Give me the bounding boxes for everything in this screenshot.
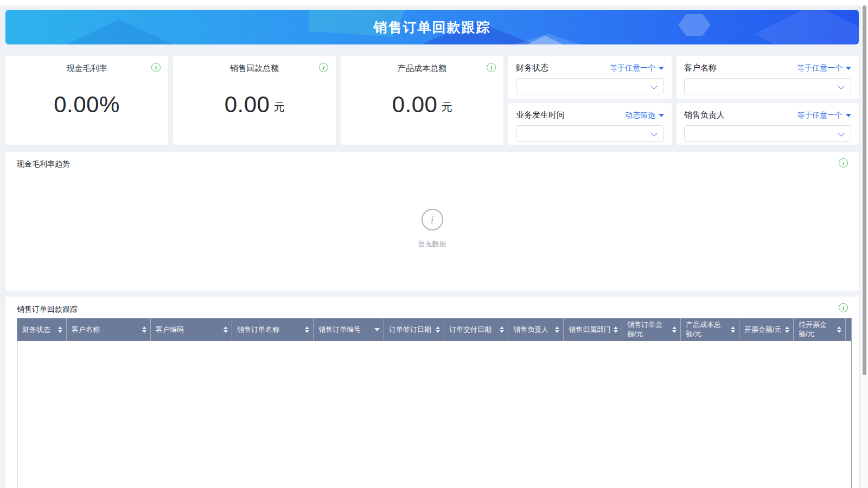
no-data-icon: i: [422, 209, 443, 230]
filters-grid: 财务状态 等于任意一个 客户名称 等于任意一个 业务发生时间 动态筛选: [508, 56, 859, 145]
column-header[interactable]: 销售订单编号: [314, 318, 384, 341]
column-label: 销售负责人: [513, 325, 548, 335]
kpi-unit: 元: [441, 100, 452, 114]
column-label: 开票金额/元: [744, 325, 782, 335]
column-label: 订单签订日期: [389, 325, 431, 335]
filter-operator-link[interactable]: 等于任意一个: [610, 63, 664, 73]
kpi-card-cost-total: 产品成本总额 i 0.00 元: [341, 56, 503, 145]
filter-operator-link[interactable]: 等于任意一个: [797, 63, 851, 73]
top-strip: [0, 0, 868, 5]
business-time-select[interactable]: [516, 125, 664, 142]
kpi-unit: 元: [273, 100, 284, 114]
chart-title: 现金毛利率趋势: [17, 159, 70, 169]
column-header[interactable]: 回款金额/元: [846, 318, 852, 341]
caret-down-icon: [659, 67, 664, 70]
filter-label: 财务状态: [516, 63, 548, 73]
column-label: 客户编码: [156, 325, 184, 335]
caret-down-icon: [846, 114, 851, 117]
column-label: 客户名称: [72, 325, 100, 335]
info-icon[interactable]: i: [319, 63, 328, 72]
filter-operator-link[interactable]: 动态筛选: [625, 111, 664, 120]
sort-icon[interactable]: [305, 326, 309, 333]
kpi-label: 现金毛利率: [67, 63, 107, 74]
sort-icon[interactable]: [58, 326, 62, 333]
kpi-value: 0.00: [392, 92, 438, 118]
column-header[interactable]: 产品成本总额/元: [681, 318, 739, 341]
sort-icon[interactable]: [837, 326, 841, 333]
chart-panel: 现金毛利率趋势 i i 暂无数据: [5, 152, 859, 291]
column-label: 销售订单编号: [318, 325, 361, 335]
column-label: 销售订单金额/元: [627, 320, 670, 339]
page-title: 销售订单回款跟踪: [5, 10, 859, 44]
kpi-value: 0.00%: [54, 92, 120, 118]
kpi-card-cash-margin: 现金毛利率 i 0.00%: [5, 56, 168, 145]
column-header[interactable]: 订单交付日期: [444, 318, 508, 341]
banner: 销售订单回款跟踪: [5, 10, 859, 44]
filter-finance-status: 财务状态 等于任意一个: [508, 56, 672, 99]
column-header[interactable]: 订单签订日期: [384, 318, 444, 341]
filter-label: 客户名称: [684, 63, 717, 73]
kpi-card-payment-total: 销售回款总额 i 0.00 元: [173, 56, 336, 145]
table-body-empty: [17, 341, 851, 488]
filter-customer-name: 客户名称 等于任意一个: [676, 56, 859, 99]
column-header[interactable]: 财务状态: [17, 318, 67, 341]
scrollbar-thumb[interactable]: [863, 5, 866, 375]
table: 财务状态客户名称客户编码销售订单名称销售订单编号订单签订日期订单交付日期销售负责…: [17, 318, 852, 488]
filter-operator-link[interactable]: 等于任意一个: [797, 111, 851, 120]
chevron-down-icon: [838, 130, 845, 137]
column-header[interactable]: 销售归属部门: [564, 318, 622, 341]
chevron-down-icon: [838, 82, 845, 89]
column-header[interactable]: 开票金额/元: [739, 318, 794, 341]
sort-icon[interactable]: [142, 326, 146, 333]
customer-name-select[interactable]: [684, 78, 851, 94]
filter-caret-icon[interactable]: [374, 328, 380, 331]
caret-down-icon: [659, 114, 664, 117]
filter-label: 业务发生时间: [516, 110, 565, 120]
column-label: 订单交付日期: [449, 325, 492, 335]
column-header[interactable]: 客户编码: [151, 318, 232, 341]
sales-owner-select[interactable]: [684, 125, 851, 142]
info-icon[interactable]: i: [151, 63, 161, 72]
info-icon[interactable]: i: [839, 158, 848, 168]
chart-empty-state: i 暂无数据: [5, 209, 859, 249]
caret-down-icon: [846, 67, 851, 70]
column-header[interactable]: 待开票金额/元: [794, 318, 846, 341]
column-label: 销售订单名称: [237, 325, 279, 335]
sort-icon[interactable]: [672, 326, 676, 333]
sort-icon[interactable]: [785, 326, 789, 333]
table-header-row: 财务状态客户名称客户编码销售订单名称销售订单编号订单签订日期订单交付日期销售负责…: [17, 318, 852, 341]
chevron-down-icon: [650, 130, 658, 137]
sort-icon[interactable]: [614, 326, 618, 333]
filter-label: 销售负责人: [684, 110, 725, 120]
finance-status-select[interactable]: [516, 78, 664, 94]
sort-icon[interactable]: [500, 326, 504, 333]
sort-icon[interactable]: [731, 326, 735, 333]
column-label: 财务状态: [22, 325, 50, 335]
column-header[interactable]: 销售订单名称: [232, 318, 314, 341]
info-icon[interactable]: i: [487, 63, 496, 72]
filter-business-time: 业务发生时间 动态筛选: [508, 103, 672, 145]
kpi-row: 现金毛利率 i 0.00% 销售回款总额 i 0.00 元 产品成本总额 i 0…: [5, 56, 859, 145]
table-panel: 销售订单回款跟踪 i 财务状态客户名称客户编码销售订单名称销售订单编号订单签订日…: [5, 297, 859, 488]
kpi-label: 销售回款总额: [230, 63, 279, 74]
kpi-label: 产品成本总额: [398, 63, 446, 74]
no-data-text: 暂无数据: [5, 239, 859, 249]
column-header[interactable]: 销售负责人: [508, 318, 564, 341]
column-header[interactable]: 客户名称: [67, 318, 151, 341]
chevron-down-icon: [650, 82, 658, 89]
table-title: 销售订单回款跟踪: [17, 305, 78, 314]
column-label: 回款金额/元: [851, 325, 852, 335]
dashboard-page: 销售订单回款跟踪 现金毛利率 i 0.00% 销售回款总额 i 0.00 元 产…: [5, 10, 859, 488]
page-scrollbar: [861, 5, 868, 488]
column-label: 待开票金额/元: [799, 320, 835, 339]
column-label: 销售归属部门: [569, 325, 611, 335]
column-label: 产品成本总额/元: [686, 320, 729, 339]
sort-icon[interactable]: [555, 326, 559, 333]
sort-icon[interactable]: [436, 326, 440, 333]
sort-icon[interactable]: [224, 326, 228, 333]
filter-sales-owner: 销售负责人 等于任意一个: [676, 103, 859, 145]
info-icon[interactable]: i: [839, 303, 848, 312]
column-header[interactable]: 销售订单金额/元: [622, 318, 681, 341]
kpi-value: 0.00: [225, 92, 270, 118]
